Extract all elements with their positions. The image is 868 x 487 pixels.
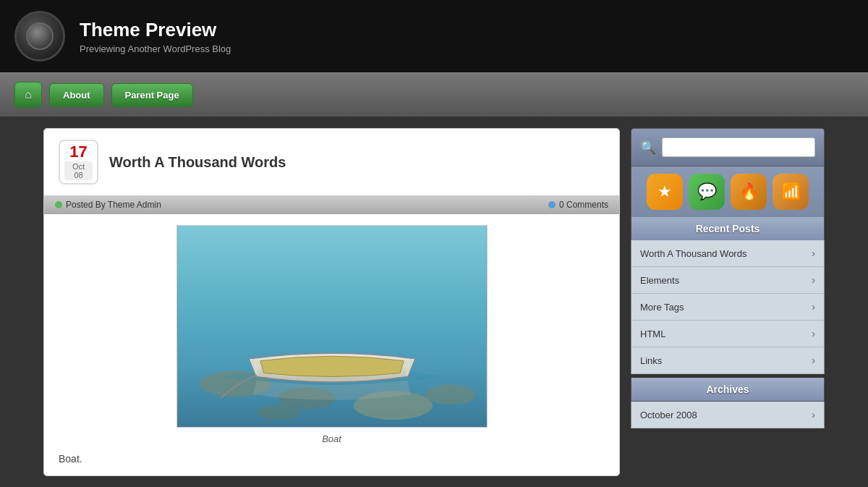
recent-post-item-2[interactable]: Elements ›: [631, 267, 825, 294]
flame-icon[interactable]: 🔥: [731, 174, 767, 210]
recent-post-item-4[interactable]: HTML ›: [631, 321, 825, 347]
arrow-icon-4: ›: [812, 328, 815, 339]
arrow-icon-2: ›: [812, 274, 815, 286]
parent-page-button[interactable]: Parent Page: [111, 83, 193, 107]
search-input[interactable]: [662, 137, 815, 157]
site-subtitle: Previewing Another WordPress Blog: [80, 43, 231, 54]
about-button[interactable]: About: [49, 83, 104, 107]
recent-post-label-4: HTML: [640, 329, 665, 339]
main-column: 17 Oct 08 Worth A Thousand Words Posted …: [43, 128, 620, 476]
post-box: 17 Oct 08 Worth A Thousand Words Posted …: [43, 128, 620, 476]
recent-posts-header: Recent Posts: [631, 217, 825, 240]
comments-text: 0 Comments: [559, 200, 608, 210]
post-author: Posted By Theme Admin: [55, 200, 161, 210]
home-button[interactable]: ⌂: [14, 82, 42, 108]
post-meta: Posted By Theme Admin 0 Comments: [44, 195, 619, 214]
archive-arrow-1: ›: [812, 409, 815, 420]
sidebar-app-icons: ★ 💬 🔥 📶: [631, 166, 825, 217]
post-header: 17 Oct 08 Worth A Thousand Words: [44, 129, 619, 195]
recent-post-label-3: More Tags: [640, 302, 684, 313]
svg-point-5: [256, 405, 299, 420]
rss-icon[interactable]: 📶: [773, 174, 809, 210]
archive-label-1: October 2008: [640, 410, 697, 420]
recent-post-label-1: Worth A Thousand Words: [640, 248, 746, 259]
archives-header: Archives: [631, 378, 825, 402]
post-date-month: Oct 08: [64, 161, 93, 180]
sidebar: 🔍 ★ 💬 🔥 📶 Recent Posts Worth A Thousand …: [631, 128, 825, 476]
recent-post-item-3[interactable]: More Tags ›: [631, 294, 825, 321]
archive-item-1[interactable]: October 2008 ›: [631, 402, 825, 428]
author-text: Posted By Theme Admin: [66, 200, 161, 210]
post-comments: 0 Comments: [548, 200, 608, 210]
recent-post-item-5[interactable]: Links ›: [631, 347, 825, 374]
site-header: Theme Preview Previewing Another WordPre…: [0, 0, 868, 72]
arrow-icon-1: ›: [812, 247, 815, 259]
image-caption: Boat: [59, 433, 605, 444]
boat-image: [176, 225, 488, 428]
content-wrapper: 17 Oct 08 Worth A Thousand Words Posted …: [36, 117, 832, 487]
site-title: Theme Preview: [80, 19, 231, 41]
arrow-icon-5: ›: [812, 355, 815, 366]
chat-icon[interactable]: 💬: [689, 174, 725, 210]
recent-post-item-1[interactable]: Worth A Thousand Words ›: [631, 240, 825, 267]
author-dot: [55, 201, 62, 208]
arrow-icon-3: ›: [812, 301, 815, 313]
svg-point-4: [425, 384, 476, 405]
logo-inner-circle: [26, 22, 54, 50]
site-title-group: Theme Preview Previewing Another WordPre…: [80, 19, 231, 54]
navigation-bar: ⌂ About Parent Page: [0, 72, 868, 117]
post-body: Boat Boat.: [44, 214, 619, 475]
search-icon: 🔍: [640, 140, 656, 156]
recent-post-label-5: Links: [640, 355, 662, 366]
favorites-icon[interactable]: ★: [647, 174, 683, 210]
post-body-text: Boat.: [59, 453, 605, 465]
post-date-box: 17 Oct 08: [59, 140, 98, 185]
site-logo: [14, 11, 65, 62]
sidebar-search: 🔍: [631, 128, 825, 166]
post-title: Worth A Thousand Words: [109, 154, 286, 171]
recent-posts-list: Worth A Thousand Words › Elements › More…: [631, 240, 825, 374]
post-date-day: 17: [64, 144, 93, 160]
comments-dot: [548, 201, 556, 208]
recent-post-label-2: Elements: [640, 275, 679, 286]
